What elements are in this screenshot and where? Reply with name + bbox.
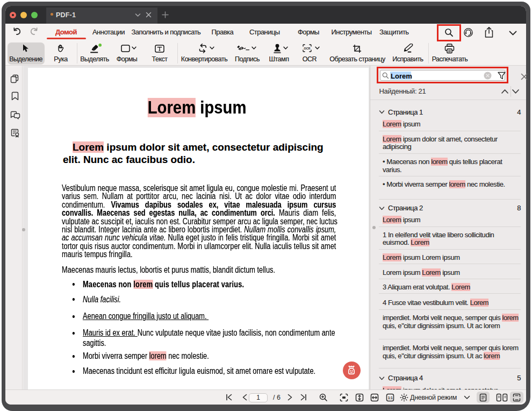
svg-text:OCR: OCR — [304, 47, 311, 50]
svg-text:1:1: 1:1 — [388, 396, 393, 400]
